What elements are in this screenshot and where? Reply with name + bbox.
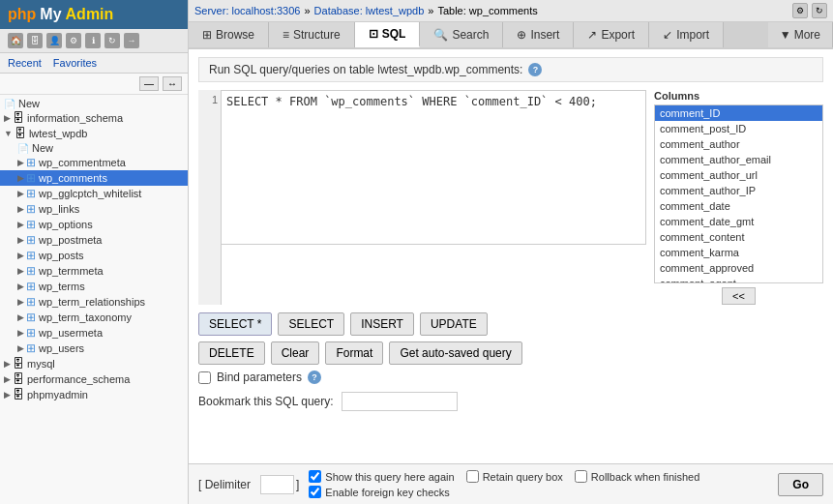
tab-search[interactable]: 🔍Search	[420, 22, 503, 47]
sql-textarea[interactable]	[198, 90, 646, 245]
columns-list[interactable]: comment_IDcomment_post_IDcomment_authorc…	[654, 104, 823, 283]
server-breadcrumb[interactable]: Server: localhost:3306	[194, 5, 300, 16]
user-icon[interactable]: 👤	[46, 33, 62, 48]
go-button[interactable]: Go	[778, 473, 823, 496]
settings-icon[interactable]: ⚙	[792, 3, 808, 18]
select-star-button[interactable]: SELECT *	[198, 312, 272, 336]
column-item-comment_date_gmt[interactable]: comment_date_gmt	[655, 214, 822, 229]
collapse-button[interactable]: —	[139, 76, 159, 91]
tree-item-wp_users[interactable]: ▶⊞wp_users	[0, 341, 188, 356]
delimiter-input[interactable]: ;	[260, 475, 294, 494]
refresh-topbar-icon[interactable]: ↻	[812, 3, 827, 18]
tree-item-wp_term_relationships[interactable]: ▶⊞wp_term_relationships	[0, 294, 188, 310]
tree-item-wp_commentmeta[interactable]: ▶⊞wp_commentmeta	[0, 155, 188, 170]
logo-admin: Admin	[66, 6, 114, 23]
info-icon[interactable]: ℹ	[85, 33, 101, 48]
tree-item-new-root[interactable]: 📄New	[0, 97, 188, 110]
table-breadcrumb: Table: wp_comments	[437, 5, 537, 16]
tab-browse-icon: ⊞	[202, 28, 212, 42]
tree-item-wp_term_taxonomy[interactable]: ▶⊞wp_term_taxonomy	[0, 310, 188, 325]
arrow-icon[interactable]: →	[124, 33, 139, 48]
tab-import[interactable]: ↙Import	[649, 22, 724, 47]
insert-columns-button[interactable]: <<	[722, 287, 756, 305]
tab-export-icon: ↗	[587, 28, 597, 42]
tree-item-lwtest_wpdb[interactable]: ▼🗄lwtest_wpdb	[0, 126, 188, 141]
tab-browse[interactable]: ⊞Browse	[189, 22, 269, 47]
tab-sql-label: SQL	[382, 27, 406, 41]
bookmark-input[interactable]	[342, 392, 458, 411]
tab-sql-icon: ⊡	[369, 27, 378, 41]
column-item-comment_author_url[interactable]: comment_author_url	[655, 167, 822, 183]
column-item-comment_author[interactable]: comment_author	[655, 136, 822, 152]
expand-button[interactable]: ↔	[163, 76, 182, 91]
column-item-comment_ID[interactable]: comment_ID	[655, 105, 822, 121]
format-button[interactable]: Format	[325, 341, 383, 365]
options-row2: Enable foreign key checks	[309, 486, 699, 498]
logo-my: My	[40, 6, 61, 23]
database-breadcrumb[interactable]: Database: lwtest_wpdb	[314, 5, 425, 16]
bind-parameters-row: Bind parameters ?	[198, 371, 823, 384]
options-checkboxes: Show this query here again Retain query …	[309, 470, 699, 498]
tab-export[interactable]: ↗Export	[574, 22, 649, 47]
foreign-key-option: Enable foreign key checks	[309, 486, 449, 498]
refresh-icon[interactable]: ↻	[104, 33, 120, 48]
query-label: Run SQL query/queries on table lwtest_wp…	[209, 63, 522, 76]
column-item-comment_approved[interactable]: comment_approved	[655, 260, 822, 276]
tree-item-lwtest-new[interactable]: 📄New	[0, 141, 188, 155]
tree-item-wp_terms[interactable]: ▶⊞wp_terms	[0, 279, 188, 294]
tree-item-wp_links[interactable]: ▶⊞wp_links	[0, 201, 188, 217]
tree-item-performance_schema[interactable]: ▶🗄performance_schema	[0, 371, 188, 387]
column-item-comment_author_IP[interactable]: comment_author_IP	[655, 183, 822, 198]
delimiter-close-bracket: ]	[296, 478, 299, 491]
recent-link[interactable]: Recent	[8, 57, 42, 69]
column-item-comment_date[interactable]: comment_date	[655, 198, 822, 214]
sql-buttons-row2: DELETE Clear Format Get auto-saved query	[198, 341, 823, 365]
get-auto-saved-button[interactable]: Get auto-saved query	[389, 341, 521, 365]
rollback-checkbox[interactable]	[575, 470, 587, 483]
tab-more[interactable]: ▼More	[768, 22, 833, 47]
column-item-comment_karma[interactable]: comment_karma	[655, 245, 822, 260]
columns-insert-area: <<	[654, 287, 823, 305]
column-item-comment_agent[interactable]: comment_agent	[655, 276, 822, 283]
update-button[interactable]: UPDATE	[420, 312, 488, 336]
rollback-label: Rollback when finished	[591, 471, 700, 483]
tree-item-wp_postmeta[interactable]: ▶⊞wp_postmeta	[0, 232, 188, 248]
tree-item-wp_comments[interactable]: ▶⊞wp_comments	[0, 170, 188, 186]
tree-item-wp_termmeta[interactable]: ▶⊞wp_termmeta	[0, 263, 188, 279]
home-icon[interactable]: 🏠	[8, 33, 23, 48]
tab-insert-label: Insert	[530, 28, 559, 42]
column-item-comment_author_email[interactable]: comment_author_email	[655, 152, 822, 167]
show-query-checkbox[interactable]	[309, 470, 321, 483]
favorites-link[interactable]: Favorites	[53, 57, 97, 69]
db-icon[interactable]: 🗄	[27, 33, 43, 48]
column-item-comment_content[interactable]: comment_content	[655, 229, 822, 245]
tree-item-wp_posts[interactable]: ▶⊞wp_posts	[0, 248, 188, 263]
tab-sql[interactable]: ⊡SQL	[355, 22, 421, 47]
foreign-key-checkbox[interactable]	[309, 486, 321, 498]
topbar-controls: ⚙ ↻	[792, 3, 827, 18]
tab-structure[interactable]: ≡Structure	[269, 22, 355, 47]
insert-button[interactable]: INSERT	[350, 312, 414, 336]
help-icon[interactable]: ?	[528, 63, 542, 76]
delete-button[interactable]: DELETE	[198, 341, 265, 365]
tree-item-wp_usermeta[interactable]: ▶⊞wp_usermeta	[0, 325, 188, 341]
tree-item-wp_options[interactable]: ▶⊞wp_options	[0, 217, 188, 232]
sql-editor-wrapper: 1	[198, 90, 646, 305]
tab-search-icon: 🔍	[433, 28, 448, 42]
sql-area-container: 1 Columns comment_IDcomment_post_IDcomme…	[198, 90, 823, 305]
select-button[interactable]: SELECT	[278, 312, 344, 336]
settings-icon[interactable]: ⚙	[66, 33, 81, 48]
tab-insert[interactable]: ⊕Insert	[503, 22, 574, 47]
clear-button[interactable]: Clear	[271, 341, 320, 365]
bottombar: [ Delimiter ; ] Show this query here aga…	[189, 463, 833, 504]
tree-item-mysql[interactable]: ▶🗄mysql	[0, 356, 188, 371]
bind-help-icon[interactable]: ?	[308, 371, 321, 384]
tree-item-phpmyadmin[interactable]: ▶🗄phpmyadmin	[0, 387, 188, 402]
bind-parameters-checkbox[interactable]	[198, 371, 211, 384]
tree-item-information_schema[interactable]: ▶🗄information_schema	[0, 110, 188, 126]
tab-browse-label: Browse	[216, 28, 254, 42]
database-tree: 📄New▶🗄information_schema▼🗄lwtest_wpdb📄Ne…	[0, 95, 188, 504]
tree-item-wp_gglcptch_whitelist[interactable]: ▶⊞wp_gglcptch_whitelist	[0, 186, 188, 201]
column-item-comment_post_ID[interactable]: comment_post_ID	[655, 121, 822, 136]
retain-query-checkbox[interactable]	[466, 470, 479, 483]
